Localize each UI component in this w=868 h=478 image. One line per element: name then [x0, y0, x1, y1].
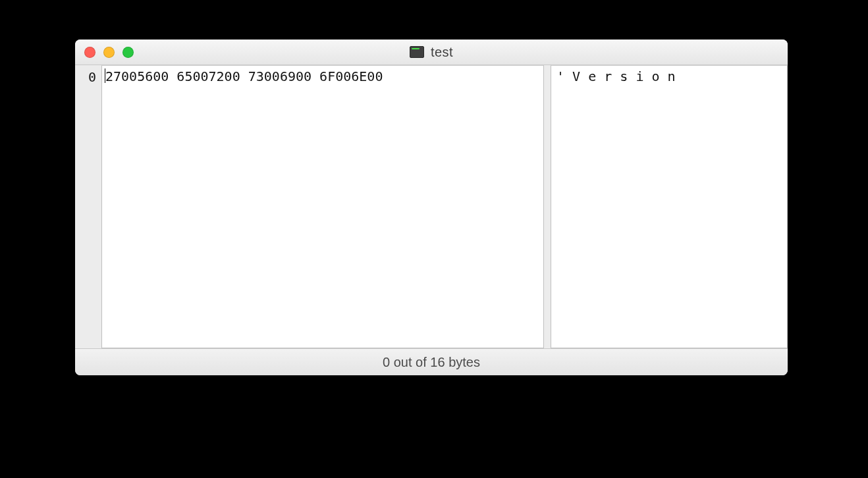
ascii-row: ' V e r s i o n: [556, 68, 676, 84]
status-bar: 0 out of 16 bytes: [75, 348, 788, 375]
zoom-icon[interactable]: [122, 47, 134, 58]
app-window: test 0 27005600 65007200 73006900 6F006E…: [75, 40, 788, 375]
status-text: 0 out of 16 bytes: [383, 355, 480, 370]
close-icon[interactable]: [84, 47, 95, 58]
hex-row: 27005600 65007200 73006900 6F006E00: [105, 68, 383, 84]
document-icon: [410, 46, 424, 58]
content-area: 0 27005600 65007200 73006900 6F006E00 ' …: [75, 65, 788, 348]
minimize-icon[interactable]: [103, 47, 115, 58]
ascii-pane[interactable]: ' V e r s i o n: [551, 65, 788, 348]
offset-value: 0: [75, 69, 96, 85]
pane-gap: [544, 65, 551, 348]
hex-pane[interactable]: 27005600 65007200 73006900 6F006E00: [101, 65, 544, 348]
window-controls: [84, 47, 134, 58]
titlebar[interactable]: test: [75, 40, 788, 65]
offset-gutter: 0: [75, 65, 101, 348]
title-center: test: [75, 40, 788, 65]
window-title: test: [431, 45, 453, 60]
